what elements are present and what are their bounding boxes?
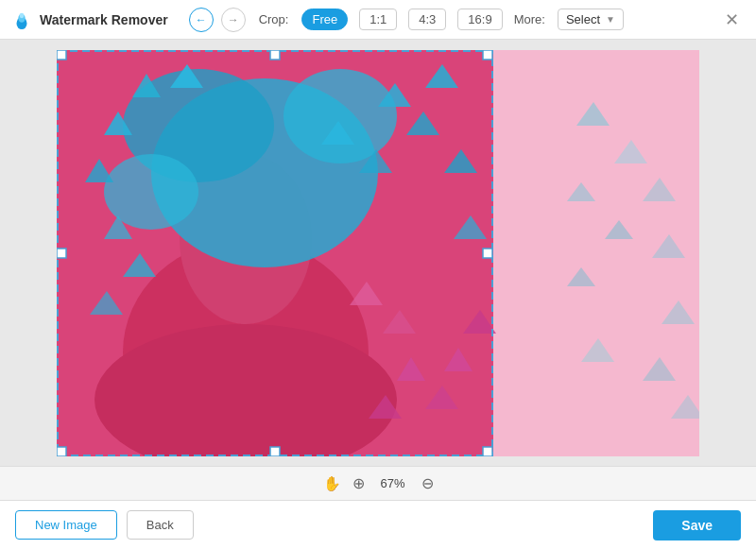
svg-rect-52	[483, 249, 492, 258]
zoom-out-icon[interactable]: ⊖	[421, 474, 434, 492]
bottom-bar: New Image Back Save	[0, 500, 756, 549]
scene-svg	[57, 50, 699, 456]
svg-rect-47	[57, 447, 66, 456]
app-title: Watermark Remover	[40, 12, 168, 27]
back-nav-button[interactable]: ←	[189, 8, 214, 32]
svg-rect-46	[483, 50, 492, 60]
svg-rect-48	[483, 447, 492, 456]
app-logo-icon	[11, 9, 32, 30]
forward-nav-button[interactable]: →	[221, 8, 246, 32]
titlebar: Watermark Remover ← → Crop: Free 1:1 4:3…	[0, 0, 756, 40]
crop-free-button[interactable]: Free	[301, 9, 348, 30]
crop-1x1-button[interactable]: 1:1	[359, 9, 397, 30]
zoom-in-icon[interactable]: ⊕	[352, 474, 365, 492]
crop-4x3-button[interactable]: 4:3	[408, 9, 446, 30]
svg-rect-50	[270, 447, 280, 456]
more-label: More:	[514, 12, 545, 26]
canvas-area	[0, 40, 756, 466]
crop-label: Crop:	[259, 12, 289, 26]
close-button[interactable]: ✕	[718, 7, 745, 33]
svg-rect-49	[270, 50, 280, 60]
dropdown-arrow-icon: ▼	[606, 14, 615, 25]
svg-rect-45	[57, 50, 66, 60]
new-image-button[interactable]: New Image	[15, 510, 117, 540]
back-button[interactable]: Back	[127, 510, 194, 540]
select-label: Select	[566, 12, 600, 26]
image-container	[57, 50, 699, 456]
svg-rect-51	[57, 249, 66, 258]
zoom-bar: ✋ ⊕ 67% ⊖	[0, 466, 756, 500]
crop-16x9-button[interactable]: 16:9	[457, 9, 502, 30]
svg-point-10	[284, 69, 397, 163]
select-dropdown[interactable]: Select ▼	[558, 9, 624, 30]
svg-point-2	[20, 12, 25, 18]
zoom-level: 67%	[376, 476, 410, 490]
titlebar-left: Watermark Remover ← → Crop: Free 1:1 4:3…	[11, 8, 718, 32]
save-button[interactable]: Save	[653, 510, 741, 540]
hand-tool-icon[interactable]: ✋	[323, 475, 341, 492]
